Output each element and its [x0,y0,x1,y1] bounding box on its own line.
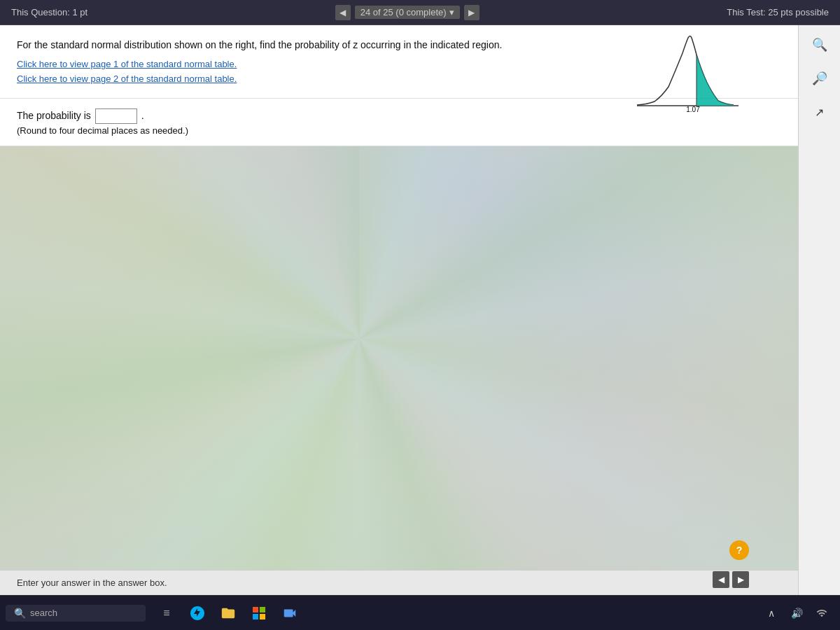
svg-rect-2 [253,607,258,612]
external-link-icon: ↗ [815,106,824,119]
question-panel: For the standard normal distribution sho… [0,25,798,595]
taskbar-right: ∧ 🔊 [762,603,832,623]
progress-nav: ◀ 24 of 25 (0 complete) ▾ ▶ [335,5,479,20]
test-info: This Test: 25 pts possible [727,7,829,18]
taskbar-menu-btn[interactable]: ≡ [154,601,179,626]
svg-rect-4 [253,614,258,620]
probability-input[interactable] [95,108,137,124]
normal-distribution-chart: 1.07 [630,32,742,113]
test-label: This Test: 25 pts possible [727,7,829,18]
search-label: search [30,608,57,618]
instruction-bar: Enter your answer in the answer box. [0,570,798,595]
main-area: For the standard normal distribution sho… [0,25,840,595]
zoom-btn[interactable]: 🔎 [807,66,832,91]
chart-z-label: 1.07 [686,106,700,113]
instruction-text: Enter your answer in the answer box. [17,578,167,588]
search-taskbar-icon: 🔍 [14,608,26,619]
taskbar-camera-btn[interactable] [277,601,302,626]
search-icon: 🔍 [812,37,827,52]
help-button[interactable]: ? [729,540,749,560]
question-info: This Question: 1 pt [11,7,88,18]
taskbar-edge-btn[interactable] [185,601,210,626]
answer-note: (Round to four decimal places as needed.… [17,125,781,136]
taskbar-icons: ≡ [154,601,302,626]
taskbar-volume-icon[interactable]: 🔊 [787,603,806,623]
external-link-btn[interactable]: ↗ [807,99,832,125]
prev-question-btn[interactable]: ◀ [335,5,351,20]
top-bar: This Question: 1 pt ◀ 24 of 25 (0 comple… [0,0,840,25]
svg-rect-5 [260,614,265,620]
progress-dropdown[interactable]: 24 of 25 (0 complete) ▾ [355,6,460,19]
taskbar-up-arrow[interactable]: ∧ [762,603,781,623]
search-zoom-btn[interactable]: 🔍 [807,32,832,57]
help-label: ? [736,545,743,556]
nav-arrows: ◀ ▶ [713,571,749,588]
taskbar-folder-btn[interactable] [216,601,241,626]
question-label: This Question: 1 pt [11,7,88,18]
chart-container: 1.07 [630,32,742,116]
right-sidebar: 🔍 🔎 ↗ [798,25,840,595]
taskbar: 🔍 search ≡ ∧ 🔊 [0,595,840,630]
progress-label: 24 of 25 (0 complete) [360,7,447,18]
answer-suffix: . [141,110,144,121]
taskbar-apps-btn[interactable] [246,601,272,626]
answer-prefix: The probability is [17,110,91,121]
next-question-btn[interactable]: ▶ [464,5,479,20]
prev-nav-btn[interactable]: ◀ [713,571,729,588]
taskbar-network-icon[interactable] [812,603,832,623]
svg-rect-3 [260,607,265,612]
search-bar[interactable]: 🔍 search [6,605,146,622]
dropdown-chevron: ▾ [449,7,454,18]
zoom-icon: 🔎 [812,71,827,86]
next-nav-btn[interactable]: ▶ [732,571,749,588]
